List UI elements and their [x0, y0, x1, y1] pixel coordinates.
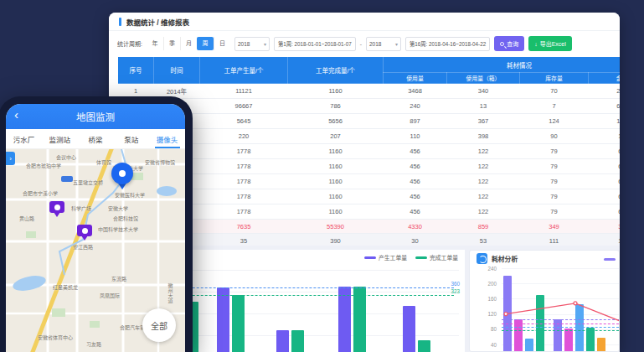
week-start-input[interactable]: 第1周: 2018-01-01~2018-01-07 — [274, 37, 356, 51]
table-cell: 129 — [589, 114, 621, 129]
table-cell: 67 — [589, 189, 621, 204]
table-body: 12014年1112111603468340702502966677862401… — [118, 84, 621, 246]
average-cell: 53 — [447, 234, 520, 246]
y-axis-label: 120 — [471, 311, 497, 317]
tab-泵站[interactable]: 泵站 — [113, 129, 149, 148]
map-label: 中国科学技术大学 — [98, 225, 138, 233]
table-cell: 90 — [520, 129, 589, 144]
query-button[interactable]: 查询 — [494, 36, 524, 51]
breadcrumb: 数据统计 / 维修报表 — [126, 17, 189, 27]
average-cell: 111 — [520, 234, 589, 246]
consumables-bar-line-chart: 2402001601208040 — [470, 251, 620, 352]
map-label: 合肥市宁溪小学 — [23, 189, 58, 197]
table-cell: 456 — [384, 144, 447, 159]
app-title: 地图监测 — [76, 110, 115, 123]
year-end-value: 2018 — [369, 41, 381, 47]
map-label: 望江西路 — [73, 243, 93, 251]
table-cell: 207 — [288, 129, 384, 144]
table-cell: 250 — [589, 84, 621, 99]
app-header: ‹ 地图监测 — [6, 104, 185, 129]
table-cell: 67 — [589, 204, 621, 220]
reference-line — [502, 324, 619, 324]
period-option-月[interactable]: 月 — [180, 37, 197, 50]
table-head: 序号时间工单产生量/个工单完成量/个耗材情况使用量使用量（箱）库存量金额 — [118, 57, 621, 84]
tab-监测站[interactable]: 监测站 — [42, 129, 78, 148]
download-icon: ↓ — [534, 41, 538, 47]
consumables-chart-panel: 耗材分析 2402001601208040 — [469, 250, 620, 352]
gridline — [502, 314, 619, 315]
bar — [597, 338, 605, 352]
column-header: 工单产生量/个 — [200, 57, 288, 84]
camera-marker[interactable] — [49, 201, 64, 218]
export-excel-button[interactable]: ↓ 导出Excel — [528, 36, 572, 51]
table-row: 356455656897367124129 — [118, 114, 621, 129]
week-end-input[interactable]: 第16周: 2018-04-16~2018-04-22 — [405, 37, 490, 51]
table-row: 42202071103989019 — [118, 129, 621, 144]
table-cell: 122 — [447, 159, 520, 174]
tab-摄像头[interactable]: 摄像头 — [149, 129, 185, 148]
period-option-年[interactable]: 年 — [147, 37, 163, 50]
bar — [564, 329, 573, 352]
camera-marker[interactable] — [77, 225, 92, 241]
average-cell: 35 — [200, 234, 288, 246]
bar-产生工单量 — [338, 287, 351, 352]
range-separator: - — [360, 41, 362, 47]
calendar-dropdown-icon: ▾ — [395, 41, 398, 47]
bar-完成工单量 — [353, 287, 366, 352]
table-row: 8177811604561227967 — [118, 189, 621, 204]
bar — [503, 276, 512, 352]
total-cell: 859 — [447, 220, 520, 234]
period-option-周[interactable]: 周 — [197, 37, 214, 50]
bar-完成工单量 — [418, 340, 430, 352]
tab-污水厂[interactable]: 污水厂 — [6, 129, 42, 148]
table-cell: 398 — [447, 129, 520, 144]
table-row: 7177811604561227967 — [118, 174, 621, 189]
period-option-日[interactable]: 日 — [214, 37, 230, 50]
table-row: 5177811604561227967 — [118, 144, 621, 159]
table-cell: 1778 — [200, 174, 288, 189]
year-start-select[interactable]: 2018 ▾ — [234, 37, 270, 51]
year-end-select[interactable]: 2018 ▾ — [366, 37, 401, 51]
table-cell: 1160 — [288, 174, 384, 189]
map-view[interactable]: 会议中心合肥市琥珀中学体育馆安徽农业大学安徽省博物馆五里墩立交桥合肥市宁溪小学安… — [6, 149, 185, 352]
map-label: 习友路 — [86, 340, 101, 348]
map-label: 黄山路 — [19, 215, 34, 222]
total-cell: 349 — [520, 220, 589, 234]
camera-icon — [77, 225, 92, 236]
tab-桥梁[interactable]: 桥梁 — [78, 129, 114, 148]
category-tabs: 污水厂监测站桥梁泵站摄像头 — [6, 129, 185, 149]
table-cell: 7 — [520, 99, 589, 114]
table-cell: 79 — [520, 204, 589, 220]
gridline — [502, 298, 619, 299]
selected-location-pin[interactable] — [111, 163, 133, 193]
map-label: 体育馆 — [96, 158, 111, 166]
back-button[interactable]: ‹ — [14, 107, 18, 122]
filter-label: 统计周期: — [117, 39, 142, 48]
table-cell: 122 — [447, 204, 520, 220]
camera-icon — [49, 201, 64, 213]
period-option-季[interactable]: 季 — [163, 37, 180, 50]
show-all-button[interactable]: 全部 — [142, 308, 176, 342]
pin-icon — [111, 163, 133, 184]
map-label: 徽州大道 — [167, 283, 174, 303]
table-cell: 79 — [520, 144, 589, 159]
average-cell: 14 — [589, 234, 621, 246]
total-row: 合计763555390433085934933 — [118, 220, 621, 234]
y-axis-label: 200 — [471, 281, 497, 287]
sub-column-header: 金额 — [589, 73, 621, 84]
y-axis-label: 160 — [471, 296, 497, 302]
reference-label: 360 — [451, 281, 460, 287]
panel-expander-chip[interactable]: › — [6, 152, 15, 165]
table-row: 9177811604561227967 — [118, 204, 621, 220]
table-cell: 1778 — [200, 144, 288, 159]
search-icon — [500, 42, 504, 46]
table-cell: 1160 — [288, 189, 384, 204]
table-cell: 240 — [384, 99, 447, 114]
table-cell: 456 — [384, 159, 447, 174]
sub-column-header: 使用量 — [384, 73, 447, 84]
table-cell: 124 — [520, 114, 589, 129]
table-row: 12014年111211160346834070250 — [118, 84, 621, 99]
table-cell: 1778 — [200, 159, 288, 174]
bar-产生工单量 — [217, 287, 229, 352]
column-header: 序号 — [118, 57, 154, 84]
